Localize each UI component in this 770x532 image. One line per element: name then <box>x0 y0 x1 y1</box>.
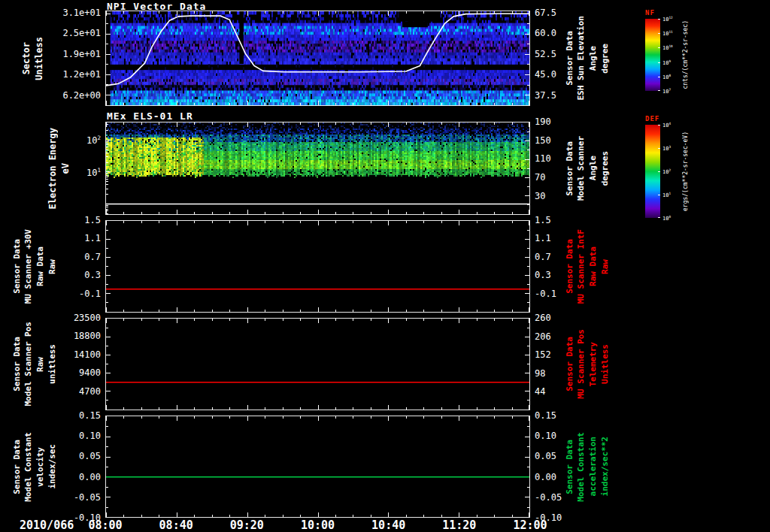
y-tick-label: 1.9e+01 <box>62 50 101 59</box>
y-tick-label: 4700 <box>79 387 101 396</box>
y-axis-label-line: Sensor Data <box>565 440 575 494</box>
y-tick-label: 0.10 <box>79 431 101 440</box>
y-right-tick-labels-panel-3: 1.51.10.70.3-0.1 <box>532 220 567 313</box>
y-axis-label-line: Model Scanner Pos <box>23 322 34 407</box>
y-tick-label: 190 <box>535 117 551 126</box>
y-tick-label: 0.7 <box>84 252 101 261</box>
y-axis-label-line: Unitless <box>600 344 611 384</box>
y-axis-label-left-panel-2: Electron EnergyeV <box>42 122 77 215</box>
y-tick-label: -0.1 <box>535 289 556 298</box>
y-axis-label-line: Sensor Data <box>565 31 575 86</box>
colorbar-tick-label: 101 <box>662 191 671 198</box>
y-tick-label: 37.5 <box>535 91 556 100</box>
y-axis-label-line: index/sec <box>47 444 58 489</box>
multi-panel-plot-page: NPI Vector Data MEx ELS-01 LR 3.1e+012.5… <box>0 0 770 532</box>
y-tick-label: 0.15 <box>79 411 101 420</box>
y-axis-label-line: Sensor Data <box>12 440 23 494</box>
colorbar-unit-text: cnts/(cm**2-sr-sec) <box>682 20 690 89</box>
y-tick-label: 30 <box>535 192 545 201</box>
y-axis-label-line: index/sec**2 <box>600 437 611 496</box>
y-axis-label-line: Sensor Data <box>565 337 575 391</box>
y-tick-label: 52.5 <box>535 50 556 59</box>
line-canvas-panel-4 <box>106 319 529 410</box>
y-tick-label: -0.05 <box>74 493 101 502</box>
y-tick-label: 0.00 <box>535 473 556 482</box>
y-tick-label: 9400 <box>79 368 101 377</box>
plot-panel-1 <box>105 11 530 106</box>
y-axis-label-line: eV <box>60 163 71 174</box>
y-tick-label: 150 <box>535 136 551 145</box>
y-axis-label-line: ESH Sun Elevation <box>576 16 587 101</box>
y-axis-label-line: Raw <box>600 259 611 274</box>
colorbar-title-def: DEF <box>645 115 659 122</box>
colorbar-tick-label: 104 <box>662 121 671 128</box>
x-tick-label: 10:40 <box>371 519 405 531</box>
y-axis-label-line: degree <box>600 44 611 74</box>
y-tick-label: 1.1 <box>535 234 551 243</box>
spectrogram-canvas-panel-1 <box>106 11 529 105</box>
y-tick-label: 260 <box>535 313 551 322</box>
y-axis-label-line: MU Scanner +30V <box>23 229 34 304</box>
y-tick-label: 44 <box>535 387 545 396</box>
y-tick-label: 67.5 <box>535 8 556 17</box>
y-tick-label: 102 <box>86 134 101 145</box>
colorbar-tick-label: 108 <box>662 73 671 80</box>
y-tick-label: 70 <box>535 173 545 182</box>
x-tick-label: 08:40 <box>159 519 193 531</box>
y-tick-label: 6.2e+00 <box>62 91 101 100</box>
y-axis-label-line: acceleration <box>588 437 599 496</box>
x-tick-label: 11:20 <box>442 519 476 531</box>
y-tick-label: 98 <box>535 369 545 378</box>
y-axis-label-line: Raw Data <box>35 246 46 286</box>
colorbar-tick-label: 107 <box>662 87 671 95</box>
y-left-tick-labels-panel-3: 1.51.10.70.3-0.1 <box>62 220 103 313</box>
y-axis-label-line: Angle <box>588 46 599 71</box>
y-tick-label: 1.5 <box>84 216 101 225</box>
y-tick-label: 60.0 <box>535 29 556 38</box>
y-tick-label: 110 <box>535 154 551 163</box>
plot-panel-4 <box>105 318 530 410</box>
y-axis-label-line: Electron Energy <box>47 128 59 209</box>
colorbar-tick-label: 1012 <box>662 15 673 23</box>
line-canvas-panel-5 <box>106 416 529 517</box>
line-canvas-panel-3 <box>106 221 529 312</box>
y-axis-label-right-panel-4: Sensor DataMU Scanner PosTelemetryUnitle… <box>564 318 611 410</box>
y-axis-label-left-panel-5: Sensor DataModel Constantvelocityindex/s… <box>9 416 60 518</box>
plot-panel-2 <box>105 122 530 215</box>
plot-panel-3 <box>105 220 530 313</box>
y-tick-label: 206 <box>535 332 551 341</box>
y-axis-label-right-panel-2: Sensor DataModel ScannerAngledegrees <box>564 122 611 215</box>
y-left-tick-labels-panel-4: 23500188001410094004700 <box>62 318 103 410</box>
colorbar-def <box>645 125 660 218</box>
y-tick-label: 2.5e+01 <box>62 29 101 38</box>
colorbar-tick-label: 102 <box>662 168 671 175</box>
y-tick-label: 3.1e+01 <box>62 8 101 17</box>
colorbar-tick-label: 109 <box>662 58 671 65</box>
y-axis-label-left-panel-4: Sensor DataModel Scanner PosRawunitless <box>9 318 60 410</box>
y-axis-label-left-panel-3: Sensor DataMU Scanner +30VRaw DataRaw <box>9 220 60 313</box>
plot-panel-5 <box>105 416 530 518</box>
y-tick-label: 45.0 <box>535 70 556 79</box>
y-tick-label: 1.1 <box>84 234 101 243</box>
y-axis-label-line: Sector <box>21 42 32 74</box>
y-axis-label-right-panel-5: Sensor DataModel Constantaccelerationind… <box>564 416 611 518</box>
x-tick-label: 09:20 <box>230 519 264 531</box>
colorbar-unit-def: ergs/(cm**2-sr-sec-eV) <box>681 125 690 218</box>
y-tick-label: -0.05 <box>535 493 562 502</box>
y-tick-label: -0.1 <box>79 289 101 298</box>
y-axis-label-line: degrees <box>600 151 611 186</box>
y-axis-label-line: Model Constant <box>576 432 587 502</box>
y-axis-label-right-panel-1: Sensor DataESH Sun ElevationAngledegree <box>564 11 611 106</box>
y-axis-label-line: Angle <box>588 156 599 180</box>
y-tick-label: 0.05 <box>535 452 556 461</box>
colorbar-tick-label: 1011 <box>662 29 673 37</box>
y-axis-label-line: velocity <box>35 447 46 487</box>
spectrogram-canvas-panel-2 <box>106 122 529 214</box>
y-axis-label-line: Sensor Data <box>12 337 23 391</box>
y-axis-label-line: Sensor Data <box>12 239 23 294</box>
y-tick-label: 1.2e+01 <box>62 70 101 79</box>
y-axis-label-left-panel-1: SectorUnitless <box>14 11 53 106</box>
panel-els-title: MEx ELS-01 LR <box>107 110 193 122</box>
y-axis-label-line: Sensor Data <box>565 141 575 196</box>
y-left-tick-labels-panel-5: 0.150.100.050.00-0.05-0.10 <box>62 416 103 518</box>
